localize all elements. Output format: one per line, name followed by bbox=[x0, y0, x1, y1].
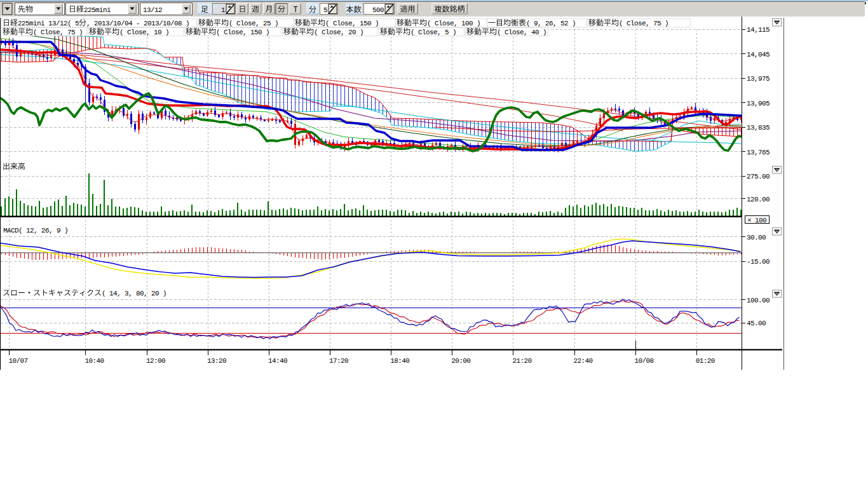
svg-text:( Close, 25 ): ( Close, 25 ) bbox=[229, 20, 278, 27]
svg-text:30.00: 30.00 bbox=[747, 234, 766, 241]
svg-text:275.00: 275.00 bbox=[747, 173, 770, 180]
svg-text:-15.00: -15.00 bbox=[747, 258, 770, 266]
svg-text:, 2013/10/04 - 2013/10/08 ): , 2013/10/04 - 2013/10/08 ) bbox=[86, 20, 189, 27]
svg-text:( Close, 5 ): ( Close, 5 ) bbox=[410, 29, 456, 36]
svg-text:10/07: 10/07 bbox=[9, 357, 28, 365]
svg-text:18:40: 18:40 bbox=[390, 357, 409, 365]
svg-text:12:00: 12:00 bbox=[146, 357, 165, 365]
svg-text:( 9, 26, 52 ): ( 9, 26, 52 ) bbox=[526, 20, 576, 27]
svg-text:13/12: 13/12 bbox=[143, 6, 162, 14]
svg-text:10/08: 10/08 bbox=[635, 357, 654, 365]
svg-text:14,045: 14,045 bbox=[747, 51, 770, 58]
svg-text:13,835: 13,835 bbox=[747, 124, 770, 132]
svg-text:( Close, 20 ): ( Close, 20 ) bbox=[314, 29, 363, 36]
svg-text:225mini 13/12( 5: 225mini 13/12( 5 bbox=[18, 20, 79, 27]
svg-text:21:20: 21:20 bbox=[512, 357, 531, 365]
svg-text:( Close, 150 ): ( Close, 150 ) bbox=[216, 29, 269, 36]
svg-text:45.00: 45.00 bbox=[747, 320, 766, 327]
svg-text:( Close, 10 ): ( Close, 10 ) bbox=[119, 29, 169, 36]
svg-text:( Close, 100 ): ( Close, 100 ) bbox=[427, 20, 480, 27]
svg-text:01:20: 01:20 bbox=[696, 357, 715, 365]
svg-text:22:40: 22:40 bbox=[574, 357, 593, 365]
svg-text:13,905: 13,905 bbox=[747, 100, 770, 107]
svg-text:225mini: 225mini bbox=[84, 6, 111, 14]
svg-text:( Close, 75 ): ( Close, 75 ) bbox=[619, 20, 668, 27]
svg-text:13,975: 13,975 bbox=[747, 75, 770, 83]
svg-text:MACD( 12, 26, 9 ): MACD( 12, 26, 9 ) bbox=[3, 227, 68, 234]
svg-text:14:40: 14:40 bbox=[268, 357, 287, 365]
svg-text:17:20: 17:20 bbox=[329, 357, 348, 365]
svg-text:14,115: 14,115 bbox=[747, 26, 770, 34]
svg-text:100.00: 100.00 bbox=[747, 297, 770, 304]
svg-text:( Close, 40 ): ( Close, 40 ) bbox=[497, 29, 546, 36]
svg-text:( Close, 75 ): ( Close, 75 ) bbox=[33, 29, 83, 36]
svg-text:120.00: 120.00 bbox=[747, 196, 770, 203]
svg-text:10:40: 10:40 bbox=[85, 357, 104, 365]
svg-text:1: 1 bbox=[221, 6, 226, 14]
svg-text:5: 5 bbox=[323, 6, 327, 14]
svg-text:( 14, 3, 80, 20 ): ( 14, 3, 80, 20 ) bbox=[102, 290, 166, 297]
svg-text:13:20: 13:20 bbox=[207, 357, 226, 365]
svg-text:20:00: 20:00 bbox=[451, 357, 470, 365]
svg-text:× 100: × 100 bbox=[747, 217, 766, 224]
svg-text:500: 500 bbox=[372, 6, 384, 14]
svg-text:( Close, 150 ): ( Close, 150 ) bbox=[325, 20, 379, 27]
svg-text:13,765: 13,765 bbox=[747, 149, 770, 156]
svg-text:T: T bbox=[294, 6, 298, 15]
